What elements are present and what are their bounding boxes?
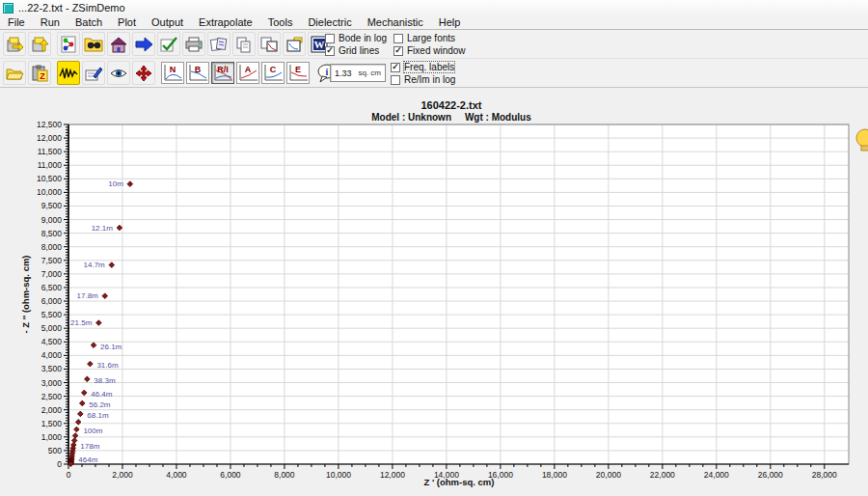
- signal-button[interactable]: [57, 61, 80, 85]
- checkmark-icon: [159, 36, 178, 53]
- svg-text:- Z '' (ohm-sq. cm): - Z '' (ohm-sq. cm): [20, 255, 31, 333]
- documents-icon: [209, 36, 229, 53]
- svg-text:6,000: 6,000: [220, 470, 241, 480]
- svg-text:0: 0: [67, 470, 71, 480]
- home-icon: [109, 36, 128, 53]
- view-data-button[interactable]: [107, 61, 130, 85]
- graph-export-button[interactable]: [283, 32, 306, 56]
- freq-labels-checkbox[interactable]: ✓ Freq. labels: [391, 62, 455, 72]
- area-field[interactable]: 1.33 sq. cm: [330, 64, 386, 82]
- binoculars-folder-icon: [84, 36, 103, 53]
- run-button[interactable]: [132, 32, 155, 56]
- next-data-button[interactable]: [28, 32, 51, 56]
- svg-text:10,000: 10,000: [37, 187, 62, 197]
- svg-text:12,500: 12,500: [37, 120, 62, 129]
- menu-item-tools[interactable]: Tools: [260, 16, 301, 28]
- pen-pad-icon: [84, 65, 103, 82]
- chart-page-icon: [259, 36, 279, 53]
- menu-item-extrapolate[interactable]: Extrapolate: [191, 16, 260, 28]
- svg-text:4,000: 4,000: [166, 470, 187, 480]
- svg-text:8,500: 8,500: [41, 229, 63, 238]
- menu-item-mechanistic[interactable]: Mechanistic: [360, 16, 431, 28]
- svg-text:8,000: 8,000: [274, 470, 295, 480]
- permittivity-plot-button[interactable]: E: [286, 62, 310, 84]
- toolbar-row-2: Z N: [0, 59, 868, 88]
- menu-item-file[interactable]: File: [0, 16, 33, 28]
- svg-text:8,000: 8,000: [41, 242, 63, 252]
- grid-lines-checkbox[interactable]: ✓ Grid lines: [325, 45, 387, 56]
- svg-text:9,000: 9,000: [41, 215, 63, 225]
- checkbox-box[interactable]: ✓: [325, 46, 335, 56]
- bode-in-log-checkbox[interactable]: Bode in log: [325, 33, 387, 43]
- svg-text:6,000: 6,000: [41, 296, 63, 306]
- edit-model-button[interactable]: [82, 61, 105, 85]
- menu-item-batch[interactable]: Batch: [68, 16, 110, 28]
- svg-text:4,000: 4,000: [41, 350, 63, 360]
- svg-text:7,500: 7,500: [41, 256, 63, 265]
- large-fonts-checkbox[interactable]: Large fonts: [393, 33, 466, 43]
- menu-item-help[interactable]: Help: [431, 16, 469, 28]
- page-arrow-up-icon: [30, 36, 49, 53]
- printer-icon: [184, 36, 203, 53]
- svg-text:21.5m: 21.5m: [70, 318, 93, 327]
- re-im-plot-button[interactable]: R/I: [211, 62, 234, 84]
- plot-button-label: E: [295, 65, 301, 74]
- checkbox-label: Bode in log: [339, 33, 387, 43]
- svg-text:20,000: 20,000: [596, 470, 621, 480]
- window-title: ...22-2.txt - ZSimDemo: [18, 2, 125, 14]
- menu-item-run[interactable]: Run: [33, 16, 68, 28]
- nyquist-plot[interactable]: 02,0004,0006,0008,00010,00012,00014,0001…: [0, 88, 868, 495]
- svg-text:11,000: 11,000: [38, 160, 63, 170]
- svg-text:7,000: 7,000: [41, 269, 63, 279]
- checkbox-box[interactable]: ✓: [393, 46, 403, 56]
- bode-plot-button[interactable]: B: [186, 62, 209, 84]
- checkbox-box[interactable]: [325, 34, 335, 43]
- checkbox-box[interactable]: ✓: [391, 63, 400, 72]
- search-data-button[interactable]: [82, 32, 105, 56]
- svg-text:9,500: 9,500: [41, 201, 63, 210]
- svg-text:W: W: [314, 39, 325, 50]
- svg-text:26,000: 26,000: [758, 470, 783, 480]
- chart-area: 02,0004,0006,0008,00010,00012,00014,0001…: [0, 88, 868, 495]
- paste-data-button[interactable]: Z: [28, 61, 51, 85]
- svg-text:10,000: 10,000: [326, 470, 351, 480]
- svg-text:38.3m: 38.3m: [94, 376, 116, 385]
- capacitance-plot-button[interactable]: C: [261, 62, 285, 84]
- svg-text:11,500: 11,500: [38, 147, 63, 156]
- svg-text:4,500: 4,500: [41, 337, 63, 346]
- svg-text:160422-2.txt: 160422-2.txt: [421, 99, 482, 111]
- plot-button-label: R/I: [217, 65, 229, 74]
- open-file-button[interactable]: [3, 61, 26, 85]
- area-value[interactable]: 1.33: [335, 69, 352, 78]
- checkbox-group-2: Large fonts ✓ Fixed window: [393, 33, 466, 56]
- clipboard-icon: Z: [30, 65, 49, 82]
- svg-text:10,500: 10,500: [37, 174, 62, 183]
- graph-page-button[interactable]: [258, 32, 281, 56]
- print-all-button[interactable]: [207, 32, 231, 56]
- copy-pages-button[interactable]: [232, 32, 256, 56]
- admittance-plot-button[interactable]: A: [236, 62, 259, 84]
- menu-item-output[interactable]: Output: [144, 16, 191, 28]
- svg-text:1,000: 1,000: [41, 432, 63, 442]
- pan-button[interactable]: [132, 61, 155, 85]
- re-im-in-log-checkbox[interactable]: Re/Im in log: [391, 74, 455, 85]
- home-button[interactable]: [107, 32, 130, 56]
- checkbox-group-1: Bode in log ✓ Grid lines: [325, 33, 387, 56]
- checkbox-box[interactable]: [393, 34, 403, 43]
- svg-text:12,000: 12,000: [380, 470, 405, 480]
- menu-item-plot[interactable]: Plot: [110, 16, 144, 28]
- accept-button[interactable]: [157, 32, 180, 56]
- svg-text:12,000: 12,000: [37, 133, 62, 143]
- checkbox-box[interactable]: [391, 75, 400, 85]
- svg-text:18,000: 18,000: [542, 470, 567, 480]
- print-button[interactable]: [182, 32, 205, 56]
- prev-data-button[interactable]: [3, 32, 26, 56]
- svg-text:17.8m: 17.8m: [77, 291, 99, 300]
- svg-text:24,000: 24,000: [704, 470, 729, 480]
- fit-data-button[interactable]: [57, 32, 80, 56]
- fixed-window-checkbox[interactable]: ✓ Fixed window: [393, 45, 466, 56]
- svg-text:12.1m: 12.1m: [92, 224, 114, 233]
- menu-item-dielectric[interactable]: Dielectric: [300, 16, 359, 28]
- title-bar: ...22-2.txt - ZSimDemo: [0, 0, 868, 15]
- nyquist-plot-button[interactable]: N: [161, 62, 184, 84]
